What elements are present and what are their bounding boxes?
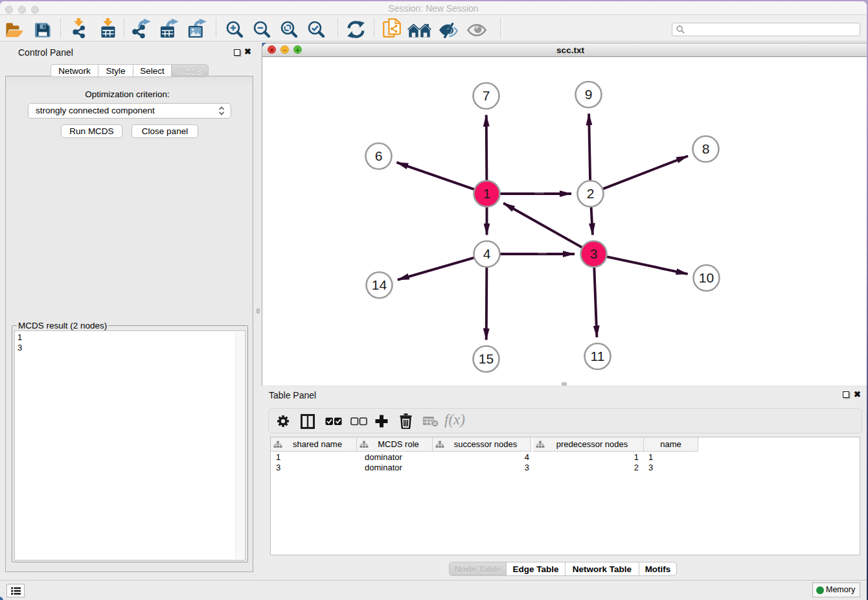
svg-text:15: 15 xyxy=(479,351,494,366)
svg-text:7: 7 xyxy=(483,88,490,103)
svg-text:8: 8 xyxy=(702,141,710,156)
svg-text:6: 6 xyxy=(375,148,383,163)
svg-text:9: 9 xyxy=(585,87,593,102)
svg-text:4: 4 xyxy=(483,246,491,261)
svg-text:3: 3 xyxy=(590,246,598,261)
svg-text:2: 2 xyxy=(587,186,595,201)
svg-text:10: 10 xyxy=(699,270,714,285)
svg-text:11: 11 xyxy=(591,349,605,363)
svg-text:14: 14 xyxy=(372,277,387,292)
svg-text:1: 1 xyxy=(483,186,491,201)
